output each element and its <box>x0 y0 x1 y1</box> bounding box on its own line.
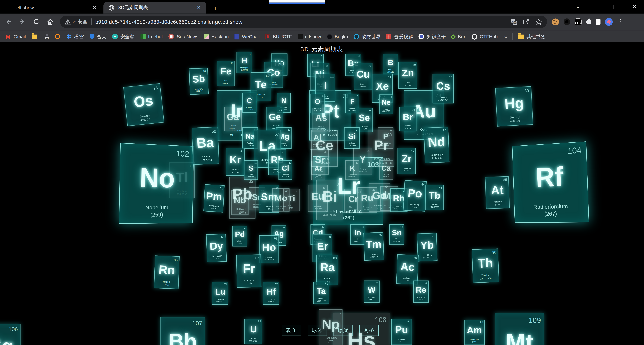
element-number: 74 <box>376 282 378 284</box>
element-number: 55 <box>449 76 452 79</box>
back-icon[interactable] <box>2 16 14 28</box>
bookmark-看雪[interactable]: ❄看雪 <box>66 34 84 40</box>
bookmark-工具[interactable]: 工具 <box>32 34 49 40</box>
other-bookmarks-folder[interactable]: 其他书签 <box>518 34 546 40</box>
bookmark-知识盒子[interactable]: 知识盒子 <box>419 34 446 40</box>
page-title: 3D-元素周期表 <box>0 46 644 54</box>
bookmark-安全客[interactable]: 安全客 <box>112 34 134 40</box>
element-symbol: Ac <box>397 260 418 274</box>
tab-periodic-table[interactable]: 3D元素周期表 ✕ <box>104 2 206 14</box>
secnews-icon <box>168 34 174 40</box>
cookie-extension-icon[interactable] <box>552 18 559 25</box>
bookmark-star-icon[interactable] <box>535 18 542 25</box>
element-name-mass: Mercury#200.59 <box>498 115 532 124</box>
security-chip[interactable]: 不安全 <box>65 18 88 25</box>
tab-close-icon[interactable]: ✕ <box>91 4 98 11</box>
element-number: 61 <box>220 186 223 190</box>
bookmark-CTFHub[interactable]: CTFHub <box>472 34 498 40</box>
element-number: 10 <box>390 96 392 98</box>
home-icon[interactable] <box>44 16 56 28</box>
element-symbol: Am <box>464 325 484 336</box>
element-tile-Ra: 88RaRadium(226) <box>316 254 338 285</box>
url-text[interactable]: b910fde5-714e-40e9-a989-d0dc6c652cc2.cha… <box>95 18 242 25</box>
close-window-button[interactable]: ✕ <box>625 0 644 13</box>
element-tile-At: 85AtAstatine(210) <box>485 176 510 209</box>
bookmark-label: Bugku <box>334 34 348 39</box>
element-symbol: Mt <box>495 329 544 345</box>
bookmark-WeChall[interactable]: WeChall <box>234 34 260 40</box>
view-button-表面[interactable]: 表面 <box>282 325 301 336</box>
element-symbol: Sn <box>390 228 404 238</box>
bookmark-合天[interactable]: 合天 <box>90 34 106 40</box>
element-number: 35 <box>412 108 415 111</box>
bookmark-Gmail[interactable]: MGmail <box>5 34 26 40</box>
translate-icon[interactable]: G文 <box>510 18 517 25</box>
proxy-extension-icon[interactable] <box>574 18 582 25</box>
bookmarks-separator <box>512 33 512 40</box>
dark-circle-extension-icon[interactable] <box>564 18 570 25</box>
element-symbol: Ra <box>317 261 338 274</box>
titlebar-artifact <box>269 0 325 2</box>
element-number: 67 <box>274 237 277 240</box>
element-tile-Zr: 40ZrZirconium#91.224 <box>398 148 416 174</box>
element-name-mass: Lutetium#174.9668 <box>213 298 228 303</box>
element-tile-In: 49InIndium#114.818 <box>350 224 365 245</box>
element-name-mass: Indium#114.818 <box>351 238 364 243</box>
tab-title: ctf.show <box>3 5 91 10</box>
element-number: 65 <box>439 186 442 189</box>
ctfshow-icon <box>298 34 302 40</box>
bookmarks-bar: MGmail工具❄看雪合天安全客freebufSec-NewsHackfunWe… <box>0 30 644 43</box>
extensions-puzzle-icon[interactable] <box>587 20 591 24</box>
tab-search-icon[interactable]: ⌄ <box>568 0 587 13</box>
side-panel-icon[interactable] <box>596 19 600 25</box>
share-icon[interactable] <box>523 18 530 25</box>
bookmark-Sec-News[interactable]: Sec-News <box>168 34 198 40</box>
element-tile-Ar: 18ArArgon#39.948 <box>311 161 325 180</box>
bookmark-freebuf[interactable]: freebuf <box>140 34 163 39</box>
bookmark-BUUCTF[interactable]: BBUUCTF <box>266 34 292 39</box>
element-symbol: Tm <box>364 238 384 250</box>
52pj-icon <box>386 34 392 39</box>
minimize-button[interactable]: — <box>587 0 606 13</box>
element-symbol: I <box>316 80 335 92</box>
maximize-button[interactable] <box>606 0 625 13</box>
bookmark-icon-only[interactable] <box>55 34 60 39</box>
element-symbol: Cl <box>279 164 292 173</box>
element-tile-Lu: 71LuLutetium#174.9668 <box>212 282 228 305</box>
element-name-mass: Zinc#65.38 <box>399 82 416 87</box>
tab-close-icon[interactable]: ✕ <box>196 4 202 11</box>
element-tile-Hf: 72HfHafnium#178.49 <box>263 282 279 305</box>
bookmark-Bugku[interactable]: Bugku <box>327 34 348 39</box>
bookmark-吾爱破解[interactable]: 吾爱破解 <box>386 34 413 40</box>
tab-ctfshow[interactable]: ctf.show ✕ <box>3 2 102 14</box>
bookmark-ctfshow[interactable]: ctfshow <box>298 34 321 40</box>
element-symbol: Ne <box>380 98 392 107</box>
new-tab-button[interactable]: + <box>210 3 220 13</box>
reload-icon[interactable] <box>30 16 42 28</box>
bookmarks-overflow-chevron[interactable]: » <box>504 34 507 40</box>
bookmark-攻防世界[interactable]: 攻防世界 <box>354 34 380 40</box>
forward-icon[interactable] <box>16 16 28 28</box>
element-number: 58 <box>332 132 336 136</box>
element-name-mass: Rhenium186.207 <box>414 296 428 301</box>
address-bar[interactable]: 不安全 b910fde5-714e-40e9-a989-d0dc6c652cc2… <box>60 16 547 28</box>
element-symbol: Sg <box>0 334 20 345</box>
element-number: 27 <box>278 63 282 66</box>
browser-menu-icon[interactable]: ⋮ <box>617 18 623 26</box>
bookmark-label: 合天 <box>97 34 106 40</box>
profile-avatar[interactable] <box>605 18 613 26</box>
element-number: 86 <box>174 258 178 262</box>
element-name-mass: Ytterbium#173.054 <box>418 254 436 260</box>
bookmark-Hackfun[interactable]: Hackfun <box>204 34 229 40</box>
element-symbol: At <box>486 183 509 198</box>
element-tile-Dy: 66DyDysprosium162.5 <box>206 234 227 262</box>
element-tile-Bh: 107BhBohrium(264) <box>160 317 205 345</box>
page-3d-periodic-table[interactable]: 3D-元素周期表 81TlThallium204.3833102NoNobeli… <box>0 42 644 345</box>
element-tile-Si: 14SiSilicon#28.0855 <box>344 127 360 148</box>
element-symbol: Si <box>345 132 360 141</box>
bookmark-Box[interactable]: Box <box>452 34 466 39</box>
element-tile-Tb: 65TbTerbium158.92535 <box>426 185 444 210</box>
element-symbol: Pb <box>230 186 255 203</box>
element-symbol: S <box>244 164 258 173</box>
element-name-mass: Antimony#121.76 <box>190 88 208 93</box>
